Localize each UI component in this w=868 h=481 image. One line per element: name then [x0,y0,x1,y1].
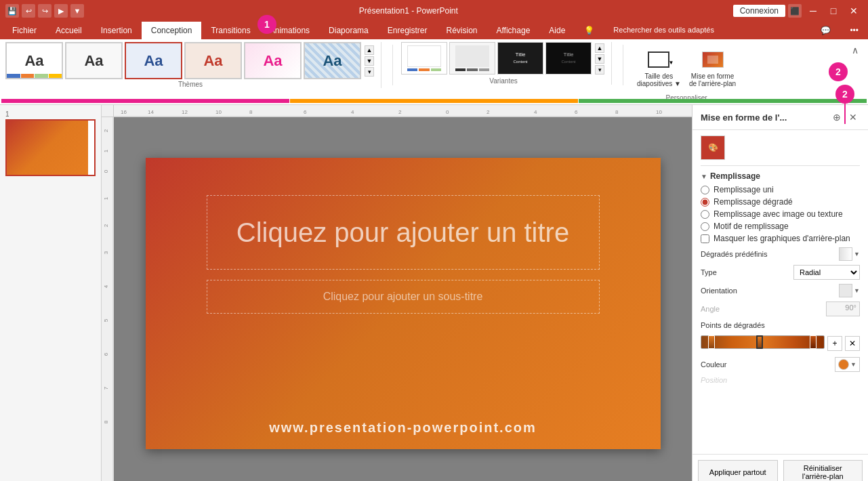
gradient-handle-2[interactable] [756,335,764,349]
theme-2[interactable]: Aa [65,42,123,79]
format-panel-scroll: 🎨 ▼ Remplissage Remplissage uni Re [693,130,868,454]
gradient-add-btn[interactable]: + [827,336,842,351]
tab-transitions[interactable]: Transitions [201,22,260,39]
slide-thumbnail-1[interactable] [5,119,96,176]
format-panel-header: Mise en forme de l'... ⊕ ✕ [693,105,868,130]
tab-share[interactable]: 💬 [811,22,840,39]
ribbon-collapse-button[interactable]: ∧ [852,45,863,56]
tab-fichier[interactable]: Fichier [3,22,46,39]
remplissage-header[interactable]: ▼ Remplissage [701,171,860,181]
annotation-2-container: 2 [829,62,848,81]
orientation-box[interactable] [839,284,852,297]
angle-label: Angle [701,305,821,313]
svg-text:2: 2 [398,109,402,115]
radio-motif-input[interactable] [701,222,709,231]
appliquer-partout-button[interactable]: Appliquer partout [698,460,778,481]
variant-3[interactable]: TitleContent [497,42,543,75]
svg-text:4: 4 [351,109,354,115]
couleur-picker[interactable]: ▼ [835,357,860,372]
svg-text:1: 1 [103,149,109,152]
taille-diapositives-button[interactable]: ▼ Taille desdiapositives ▼ [634,45,684,90]
themes-scroll-more[interactable]: ▾ [365,67,374,77]
slide-title-placeholder[interactable]: Cliquez pour ajouter un titre [207,195,600,270]
svg-text:5: 5 [103,318,109,322]
variants-scroll-more[interactable]: ▾ [595,65,604,75]
format-panel-inner[interactable]: 🎨 ▼ Remplissage Remplissage uni Re [693,130,868,454]
variant-4[interactable]: TitleContent [545,42,592,75]
undo-icon[interactable]: ↩ [22,4,35,18]
connexion-button[interactable]: Connexion [733,5,785,17]
save-icon[interactable]: 💾 [5,4,19,18]
mise-en-forme-button[interactable]: Mise en formede l'arrière-plan [686,45,739,90]
annotation-2-circle: 2 [829,62,848,81]
tab-accueil[interactable]: Accueil [46,22,91,39]
minimize-button[interactable]: ─ [804,3,822,18]
orientation-control[interactable]: ▼ [839,284,860,297]
maximize-button[interactable]: □ [825,3,842,18]
ribbon-collapse-icon[interactable]: ⬛ [788,4,802,18]
radio-degrade-input[interactable] [701,198,709,207]
slide-title-text: Cliquez pour ajouter un titre [236,217,569,248]
close-button[interactable]: ✕ [845,3,863,18]
theme-3[interactable]: Aa [125,42,182,79]
canvas-container[interactable]: Cliquez pour ajouter un titre Cliquez po… [114,117,692,481]
more-icon[interactable]: ▼ [70,4,84,18]
present-icon[interactable]: ▶ [54,4,68,18]
tab-more[interactable]: ••• [840,22,868,39]
tab-animations[interactable]: Animations [260,22,319,39]
position-row: Position [701,376,860,384]
format-panel-collapse[interactable]: ⊕ [830,110,844,124]
tab-aide[interactable]: Aide [539,22,575,39]
theme-5[interactable]: Aa [244,42,302,79]
degrade-predefinis-control[interactable]: ▼ [839,247,860,261]
title-bar-right: Connexion ⬛ ─ □ ✕ [733,3,863,18]
radio-uni-input[interactable] [701,186,709,194]
tab-conception[interactable]: Conception [142,22,202,39]
themes-scroll-down[interactable]: ▼ [365,56,374,66]
ribbon: 1 Fichier Accueil Insertion Conception T… [0,22,868,105]
variant-2[interactable] [449,42,495,75]
format-icons: 🎨 [701,135,860,160]
themes-scroll-up[interactable]: ▲ [365,45,374,55]
svg-text:6: 6 [304,109,307,115]
reinitialiser-button[interactable]: Réinitialiser l'arrière-plan [783,460,863,481]
radio-remplissage-uni[interactable]: Remplissage uni [701,185,860,194]
radio-remplissage-image[interactable]: Remplissage avec image ou texture [701,209,860,219]
type-row: Type Radial Linéaire Rectangulaire [701,265,860,280]
angle-input[interactable]: 90° [826,301,860,316]
slide-canvas[interactable]: Cliquez pour ajouter un titre Cliquez po… [146,158,661,449]
tab-enregistrer[interactable]: Enregistrer [378,22,437,39]
gradient-handle-3[interactable] [810,335,818,349]
svg-text:0: 0 [446,109,449,115]
tab-revision[interactable]: Révision [436,22,487,39]
theme-6[interactable]: Aa [304,42,361,79]
tab-diaporama[interactable]: Diaporama [319,22,378,39]
slide-subtitle-placeholder[interactable]: Cliquez pour ajouter un sous-titre [207,280,600,314]
format-panel-close[interactable]: ✕ [846,110,860,124]
tab-search[interactable]: Rechercher des outils adaptés [604,22,811,39]
degrade-predefinis-box[interactable] [839,247,852,261]
gradient-handle-1[interactable] [707,335,716,349]
gradient-bar[interactable] [701,335,825,349]
gradient-remove-btn[interactable]: ✕ [845,336,860,351]
radio-motif[interactable]: Motif de remplissage [701,222,860,231]
svg-text:8: 8 [249,109,253,115]
tab-insertion[interactable]: Insertion [91,22,142,39]
fill-icon-btn[interactable]: 🎨 [701,135,725,160]
checkbox-masquer-input[interactable] [701,234,709,243]
theme-4[interactable]: Aa [184,42,242,79]
redo-icon[interactable]: ↪ [38,4,51,18]
variants-scroll-down[interactable]: ▼ [595,54,604,64]
taille-label: Taille desdiapositives ▼ [637,72,681,87]
tab-lightbulb[interactable]: 💡 [575,22,604,39]
theme-default[interactable]: Aa [5,42,63,79]
radio-image-input[interactable] [701,210,709,219]
tab-affichage[interactable]: Affichage [487,22,540,39]
ruler-corner [102,105,114,117]
type-select[interactable]: Radial Linéaire Rectangulaire [793,265,860,280]
svg-text:10: 10 [656,109,662,115]
checkbox-masquer[interactable]: Masquer les graphiques d'arrière-plan [701,234,860,243]
radio-remplissage-degrade[interactable]: Remplissage dégradé [701,197,860,207]
variant-1[interactable] [401,42,447,75]
variants-scroll-up[interactable]: ▲ [595,43,604,53]
